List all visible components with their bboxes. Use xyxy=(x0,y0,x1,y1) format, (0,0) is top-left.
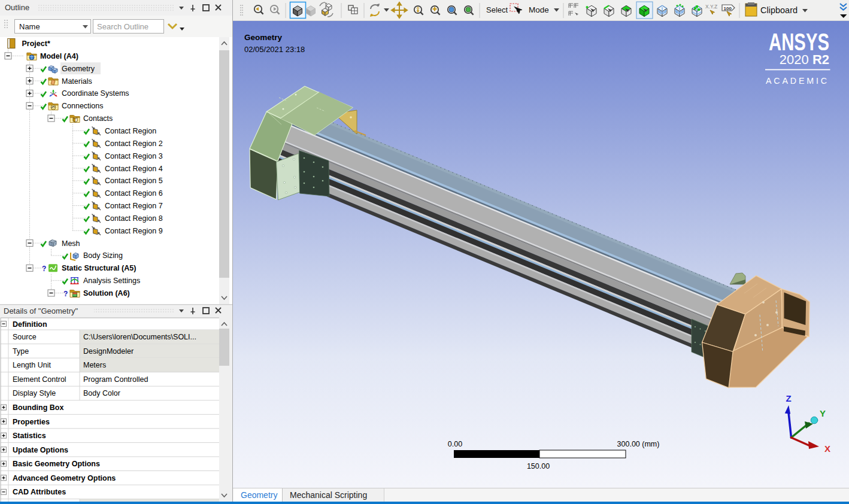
svg-text:Update Options: Update Options xyxy=(13,446,68,454)
svg-text:Mesh: Mesh xyxy=(62,239,80,248)
svg-text:Contact Region 5: Contact Region 5 xyxy=(105,177,163,185)
svg-text:Contact Region 9: Contact Region 9 xyxy=(105,227,163,235)
svg-text:Y: Y xyxy=(820,408,826,418)
svg-text:ANSYS: ANSYS xyxy=(769,29,829,55)
svg-text:Contact Region 7: Contact Region 7 xyxy=(105,202,163,210)
svg-text:Type: Type xyxy=(13,347,29,356)
svg-text:Static Structural (A5): Static Structural (A5) xyxy=(62,264,136,272)
svg-text:Contact Region: Contact Region xyxy=(105,127,156,135)
svg-text:Materials: Materials xyxy=(62,77,92,86)
svg-text:X: X xyxy=(824,444,830,454)
svg-text:Contact Region 6: Contact Region 6 xyxy=(105,189,163,198)
svg-text:Body Color: Body Color xyxy=(83,389,120,397)
svg-text:?: ? xyxy=(42,265,46,273)
svg-text:Details of "Geometry": Details of "Geometry" xyxy=(4,306,78,315)
svg-text:2020 R2: 2020 R2 xyxy=(780,52,829,67)
svg-text:Outline: Outline xyxy=(5,3,29,12)
svg-text:Basic Geometry Options: Basic Geometry Options xyxy=(13,460,100,468)
svg-text:Contact Region 2: Contact Region 2 xyxy=(105,139,163,148)
svg-text:X.Y.Z: X.Y.Z xyxy=(705,4,717,10)
svg-text:Contact Region 3: Contact Region 3 xyxy=(105,152,163,160)
svg-text:0.00: 0.00 xyxy=(448,440,462,448)
svg-text:Element Control: Element Control xyxy=(13,375,66,384)
svg-text:Statistics: Statistics xyxy=(13,432,46,440)
svg-text:Body Sizing: Body Sizing xyxy=(83,251,123,260)
svg-text:ACADEMIC: ACADEMIC xyxy=(766,75,829,86)
svg-text:Solution (A6): Solution (A6) xyxy=(83,289,130,297)
svg-text:02/05/2021 23:18: 02/05/2021 23:18 xyxy=(244,45,305,54)
svg-text:Geometry: Geometry xyxy=(62,65,95,73)
svg-text:150.00: 150.00 xyxy=(527,462,550,470)
svg-text:Display Style: Display Style xyxy=(13,389,56,397)
svg-text:300.00 (mm): 300.00 (mm) xyxy=(617,440,660,448)
svg-text:Contact Region 8: Contact Region 8 xyxy=(105,214,163,223)
svg-text:Mode: Mode xyxy=(529,5,549,14)
svg-text:Analysis Settings: Analysis Settings xyxy=(83,277,140,285)
svg-text:Connections: Connections xyxy=(62,102,104,110)
svg-text:?: ? xyxy=(63,290,68,298)
svg-text:Properties: Properties xyxy=(13,418,50,426)
svg-text:Source: Source xyxy=(13,333,37,341)
svg-text:Select: Select xyxy=(486,5,508,14)
svg-text:Advanced Geometry Options: Advanced Geometry Options xyxy=(13,474,116,482)
svg-text:100: 100 xyxy=(724,6,732,11)
svg-text:Coordinate Systems: Coordinate Systems xyxy=(62,89,129,98)
svg-text:Name: Name xyxy=(19,22,40,31)
svg-text:Program Controlled: Program Controlled xyxy=(83,375,148,384)
svg-text:Bounding Box: Bounding Box xyxy=(13,403,63,412)
svg-text:Model (A4): Model (A4) xyxy=(40,52,78,60)
svg-text:Contact Region 4: Contact Region 4 xyxy=(105,165,163,173)
svg-text:Z: Z xyxy=(786,393,791,403)
svg-text:C:\Users\loren\Documents\SOLI.: C:\Users\loren\Documents\SOLI... xyxy=(83,333,196,341)
svg-text:Search Outline: Search Outline xyxy=(97,22,148,31)
svg-text:CAD Attributes: CAD Attributes xyxy=(13,488,66,496)
svg-text:Geometry: Geometry xyxy=(244,33,283,42)
svg-text:Definition: Definition xyxy=(13,320,47,329)
svg-text:Clipboard: Clipboard xyxy=(760,5,798,15)
svg-text:DesignModeler: DesignModeler xyxy=(83,347,134,356)
svg-text:Length Unit: Length Unit xyxy=(13,361,51,369)
svg-text:Contacts: Contacts xyxy=(83,114,113,123)
svg-text:Meters: Meters xyxy=(83,361,106,369)
svg-text:Project*: Project* xyxy=(22,40,50,48)
